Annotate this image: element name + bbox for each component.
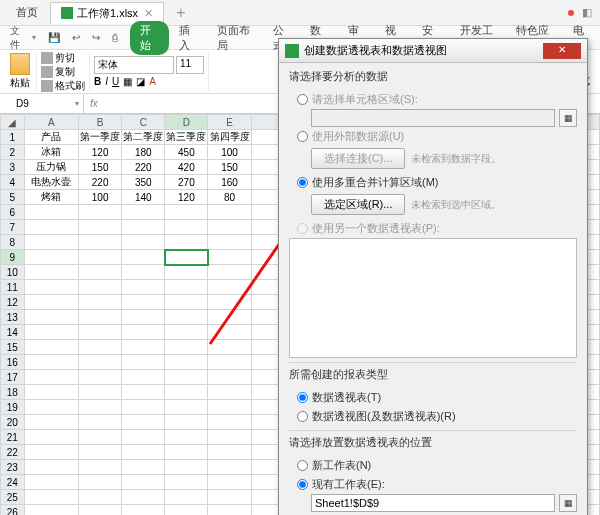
opt-pivot-chart[interactable]: 数据透视图(及数据透视表)(R) xyxy=(289,407,577,426)
row-header[interactable]: 26 xyxy=(1,505,25,516)
cell[interactable] xyxy=(79,460,122,475)
row-header[interactable]: 5 xyxy=(1,190,25,205)
cell[interactable] xyxy=(122,400,165,415)
cell[interactable] xyxy=(165,415,208,430)
row-header[interactable]: 20 xyxy=(1,415,25,430)
cell[interactable] xyxy=(79,340,122,355)
cell[interactable]: 冰箱 xyxy=(24,145,79,160)
cell[interactable] xyxy=(79,355,122,370)
cell[interactable]: 产品 xyxy=(24,130,79,145)
cell[interactable] xyxy=(24,430,79,445)
row-header[interactable]: 14 xyxy=(1,325,25,340)
cell[interactable] xyxy=(122,325,165,340)
cell[interactable] xyxy=(165,490,208,505)
dialog-titlebar[interactable]: 创建数据透视表和数据透视图 ✕ xyxy=(279,39,587,63)
cell[interactable] xyxy=(208,370,251,385)
cell[interactable]: 150 xyxy=(79,160,122,175)
row-header[interactable]: 3 xyxy=(1,160,25,175)
row-header[interactable]: 8 xyxy=(1,235,25,250)
cell[interactable]: 80 xyxy=(208,190,251,205)
cell[interactable] xyxy=(165,325,208,340)
fill-button[interactable]: ◪ xyxy=(136,76,145,87)
cell[interactable] xyxy=(208,280,251,295)
radio-pivot-table[interactable] xyxy=(297,392,308,403)
location-pick-button[interactable]: ▦ xyxy=(559,494,577,512)
cell[interactable] xyxy=(24,445,79,460)
cell[interactable] xyxy=(122,430,165,445)
cell[interactable] xyxy=(165,340,208,355)
radio-new-sheet[interactable] xyxy=(297,460,308,471)
row-header[interactable]: 23 xyxy=(1,460,25,475)
radio-existing-sheet[interactable] xyxy=(297,479,308,490)
cell[interactable] xyxy=(24,205,79,220)
cell[interactable] xyxy=(79,385,122,400)
radio-select-range[interactable] xyxy=(297,94,308,105)
cell[interactable] xyxy=(165,505,208,516)
radio-external[interactable] xyxy=(297,131,308,142)
cell[interactable] xyxy=(24,505,79,516)
cell[interactable] xyxy=(165,280,208,295)
ribbon-tab-start[interactable]: 开始 xyxy=(130,21,169,55)
cell[interactable] xyxy=(79,205,122,220)
cell[interactable] xyxy=(24,355,79,370)
cell[interactable] xyxy=(165,430,208,445)
row-header[interactable]: 19 xyxy=(1,400,25,415)
cell[interactable] xyxy=(165,220,208,235)
cell[interactable] xyxy=(165,460,208,475)
cell[interactable] xyxy=(122,460,165,475)
cell[interactable]: 220 xyxy=(122,160,165,175)
cell[interactable] xyxy=(165,265,208,280)
row-header[interactable]: 10 xyxy=(1,265,25,280)
cell[interactable]: 420 xyxy=(165,160,208,175)
cell[interactable] xyxy=(165,295,208,310)
opt-select-range[interactable]: 请选择单元格区域(S): xyxy=(289,90,577,109)
cell[interactable]: 120 xyxy=(79,145,122,160)
opt-multi-consolidate[interactable]: 使用多重合并计算区域(M) xyxy=(289,173,577,192)
cell[interactable] xyxy=(165,355,208,370)
cell[interactable] xyxy=(79,370,122,385)
cell[interactable] xyxy=(208,295,251,310)
row-header[interactable]: 6 xyxy=(1,205,25,220)
col-header[interactable]: B xyxy=(79,115,122,130)
qat-redo[interactable]: ↪ xyxy=(86,30,106,45)
location-input[interactable] xyxy=(311,494,555,512)
col-header[interactable]: A xyxy=(24,115,79,130)
radio-pivot-chart[interactable] xyxy=(297,411,308,422)
border-button[interactable]: ▦ xyxy=(123,76,132,87)
cell[interactable]: 电热水壶 xyxy=(24,175,79,190)
cell[interactable] xyxy=(79,490,122,505)
cell[interactable]: 第一季度 xyxy=(79,130,122,145)
cell[interactable] xyxy=(208,400,251,415)
cut-button[interactable]: 剪切 xyxy=(41,51,85,65)
cell[interactable] xyxy=(122,295,165,310)
cell[interactable] xyxy=(165,205,208,220)
cell[interactable] xyxy=(79,280,122,295)
font-name-select[interactable]: 宋体 xyxy=(94,56,174,74)
choose-connection-button[interactable]: 选择连接(C)... xyxy=(311,148,405,169)
cell[interactable] xyxy=(208,205,251,220)
cell[interactable] xyxy=(122,370,165,385)
cell[interactable]: 100 xyxy=(79,190,122,205)
cell[interactable]: 烤箱 xyxy=(24,190,79,205)
cell[interactable] xyxy=(24,265,79,280)
cell[interactable] xyxy=(122,235,165,250)
ribbon-tab-layout[interactable]: 页面布局 xyxy=(209,20,264,56)
cell[interactable] xyxy=(165,475,208,490)
qat-print[interactable]: ⎙ xyxy=(106,30,124,45)
row-header[interactable]: 22 xyxy=(1,445,25,460)
cell[interactable] xyxy=(24,220,79,235)
row-header[interactable]: 9 xyxy=(1,250,25,265)
cell[interactable] xyxy=(24,340,79,355)
cell[interactable] xyxy=(24,415,79,430)
row-header[interactable]: 2 xyxy=(1,145,25,160)
ribbon-tab-insert[interactable]: 插入 xyxy=(171,20,206,56)
copy-button[interactable]: 复制 xyxy=(41,65,85,79)
cell[interactable] xyxy=(122,265,165,280)
cell[interactable] xyxy=(24,295,79,310)
name-box[interactable]: D9 xyxy=(0,94,84,113)
cell[interactable] xyxy=(208,250,251,265)
cell[interactable] xyxy=(24,280,79,295)
file-menu[interactable]: 文件 xyxy=(4,22,42,54)
cell[interactable] xyxy=(79,505,122,516)
row-header[interactable]: 11 xyxy=(1,280,25,295)
